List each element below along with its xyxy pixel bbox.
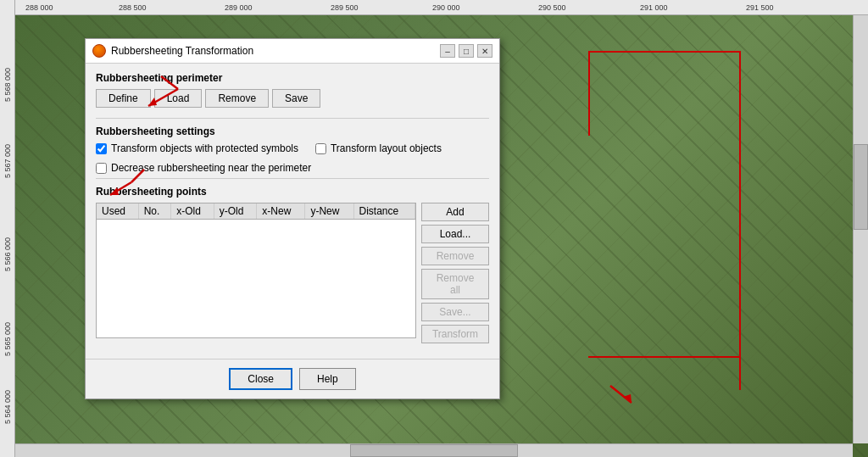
perimeter-section-label: Rubbersheeting perimeter <box>96 72 489 84</box>
scrollbar-bottom[interactable] <box>15 443 853 457</box>
dialog-title-text: Rubbersheeting Transformation <box>111 45 253 57</box>
table-container: Used No. x-Old y-Old x-New y-New Distanc… <box>96 203 489 343</box>
settings-row-1: Transform objects with protected symbols… <box>96 142 489 159</box>
close-dialog-button[interactable]: Close <box>229 368 292 390</box>
ruler-v-label-2: 5 566 000 <box>3 237 12 271</box>
scrollbar-thumb-h[interactable] <box>350 444 518 457</box>
transform-protected-label: Transform objects with protected symbols <box>111 142 298 154</box>
table-buttons: Add Load... Remove Remove all Save... Tr… <box>421 203 489 343</box>
col-no: No. <box>138 203 170 220</box>
separator-1 <box>96 118 489 119</box>
scrollbar-right[interactable] <box>853 15 868 443</box>
points-section-label: Rubbersheeting points <box>96 186 489 198</box>
transform-protected-row: Transform objects with protected symbols <box>96 142 298 154</box>
save-perimeter-button[interactable]: Save <box>272 89 320 108</box>
add-button[interactable]: Add <box>421 203 489 221</box>
points-table: Used No. x-Old y-Old x-New y-New Distanc… <box>97 203 415 220</box>
dialog-titlebar[interactable]: Rubbersheeting Transformation – □ ✕ <box>86 39 499 64</box>
ruler-v-label-1: 5 567 000 <box>3 144 12 178</box>
maximize-button[interactable]: □ <box>459 44 474 58</box>
load-points-button[interactable]: Load... <box>421 225 489 243</box>
define-button[interactable]: Define <box>96 89 151 108</box>
decrease-rubbersheeting-row: Decrease rubbersheeting near the perimet… <box>96 162 489 174</box>
ruler-tick: 290 000 <box>432 3 460 12</box>
ruler-left: 5 568 000 5 567 000 5 566 000 5 565 000 … <box>0 0 15 457</box>
help-button[interactable]: Help <box>299 368 356 390</box>
dialog-controls: – □ ✕ <box>440 44 492 58</box>
perimeter-buttons: Define Load Remove Save <box>96 89 489 108</box>
col-y-new: y-New <box>305 203 353 220</box>
col-y-old: y-Old <box>214 203 257 220</box>
col-used: Used <box>97 203 138 220</box>
col-x-old: x-Old <box>171 203 214 220</box>
ruler-tick: 291 000 <box>640 3 668 12</box>
col-x-new: x-New <box>257 203 305 220</box>
transform-protected-checkbox[interactable] <box>96 143 107 154</box>
ruler-tick: 289 000 <box>225 3 253 12</box>
ruler-top: 288 000 288 500 289 000 289 500 290 000 … <box>0 0 868 15</box>
ruler-v-label-0: 5 568 000 <box>3 68 12 102</box>
dialog-title-left: Rubbersheeting Transformation <box>92 44 253 58</box>
remove-point-button[interactable]: Remove <box>421 247 489 265</box>
col-distance: Distance <box>353 203 415 220</box>
scrollbar-thumb-v[interactable] <box>854 144 868 230</box>
transform-button[interactable]: Transform <box>421 325 489 343</box>
dialog-body: Rubbersheeting perimeter Define Load Rem… <box>86 64 499 352</box>
dialog-footer: Close Help <box>86 359 499 398</box>
ruler-tick: 290 500 <box>538 3 566 12</box>
transform-layout-label: Transform layout objects <box>331 142 442 154</box>
ruler-tick: 291 500 <box>746 3 774 12</box>
save-points-button[interactable]: Save... <box>421 303 489 321</box>
ruler-v-label-4: 5 564 000 <box>3 390 12 424</box>
transform-layout-row: Transform layout objects <box>315 142 442 154</box>
minimize-button[interactable]: – <box>440 44 455 58</box>
ruler-tick: 289 500 <box>331 3 359 12</box>
remove-perimeter-button[interactable]: Remove <box>205 89 269 108</box>
close-button[interactable]: ✕ <box>477 44 492 58</box>
separator-2 <box>96 178 489 179</box>
transform-layout-checkbox[interactable] <box>315 143 326 154</box>
rubbersheeting-dialog: Rubbersheeting Transformation – □ ✕ Rubb… <box>85 38 500 399</box>
ruler-tick: 288 500 <box>119 3 147 12</box>
decrease-rubbersheeting-checkbox[interactable] <box>96 163 107 174</box>
app-icon <box>92 44 106 58</box>
load-perimeter-button[interactable]: Load <box>154 89 203 108</box>
points-table-wrapper[interactable]: Used No. x-Old y-Old x-New y-New Distanc… <box>96 203 416 338</box>
ruler-v-label-3: 5 565 000 <box>3 322 12 356</box>
ruler-tick: 288 000 <box>25 3 53 12</box>
decrease-rubbersheeting-label: Decrease rubbersheeting near the perimet… <box>111 162 311 174</box>
remove-all-button[interactable]: Remove all <box>421 269 489 299</box>
settings-section-label: Rubbersheeting settings <box>96 125 489 137</box>
